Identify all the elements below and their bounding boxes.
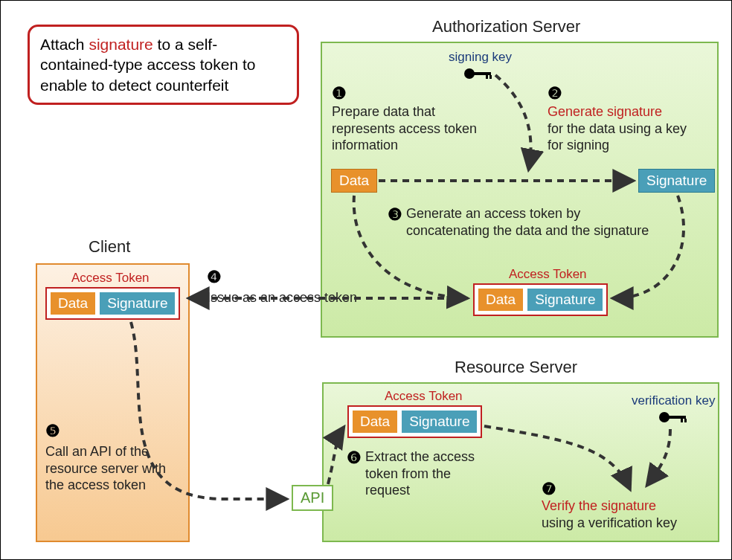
step-1-text: Prepare data that represents access toke… [332,103,481,154]
svg-rect-2 [486,75,488,79]
svg-point-0 [464,68,475,79]
api-chip: API [292,485,333,511]
data-chip-auth: Data [331,169,377,193]
auth-server-title: Authorization Server [432,17,580,36]
verification-key-label: verification key [632,393,715,408]
token-data-resource: Data [352,410,398,434]
svg-rect-3 [489,75,492,79]
client-title: Client [89,237,130,257]
token-sig-auth: Signature [527,288,603,312]
token-sig-resource: Signature [401,410,478,434]
step-7-badge: ❼ [542,480,559,498]
step-2-rest: for the data using a key for signing [548,121,687,153]
step-2-text: Generate signature for the data using a … [548,103,704,154]
step-2-heading: Generate signature [548,104,662,119]
step-4-badge: ❹ [207,268,225,286]
callout-signature: signature [89,36,152,53]
step-3-badge: ❸ [388,205,405,223]
step-5-text: Call an API of the resource server with … [45,443,187,494]
access-token-label-auth: Access Token [509,267,587,282]
token-data-auth: Data [478,288,524,312]
step-4-text: Issue as an access token [207,289,445,306]
svg-rect-1 [473,72,491,75]
resource-server-title: Resource Server [455,358,577,377]
step-5-badge: ❺ [45,422,63,440]
token-sig-client: Signature [99,292,176,315]
step-1-badge: ❶ [332,84,350,102]
signing-key-label: signing key [449,49,512,65]
step-6-badge: ❻ [347,448,365,466]
svg-rect-5 [668,416,686,419]
svg-rect-6 [681,419,683,422]
step-2-badge: ❷ [548,84,565,102]
diagram-canvas: Attach signature to a self-contained-typ… [0,0,732,560]
step-7-text: Verify the signature using a verificatio… [542,498,713,531]
key-icon-verification [657,410,688,425]
access-token-resource: Data Signature [347,405,482,438]
callout-prefix: Attach [40,36,89,53]
signature-chip-auth: Signature [638,169,715,193]
access-token-label-client: Access Token [71,271,150,286]
step-3-text: Generate an access token by concatenatin… [406,205,652,239]
step-7-heading: Verify the signature [542,498,656,513]
step-7-rest: using a verification key [542,515,677,530]
callout-box: Attach signature to a self-contained-typ… [28,25,299,105]
access-token-client: Data Signature [45,287,180,320]
key-icon-signing [462,66,493,81]
step-6-text: Extract the access token from the reques… [365,448,499,499]
access-token-label-resource: Access Token [385,389,463,404]
access-token-auth: Data Signature [473,283,608,316]
token-data-client: Data [50,292,96,315]
svg-rect-7 [684,419,687,422]
svg-point-4 [659,412,670,422]
